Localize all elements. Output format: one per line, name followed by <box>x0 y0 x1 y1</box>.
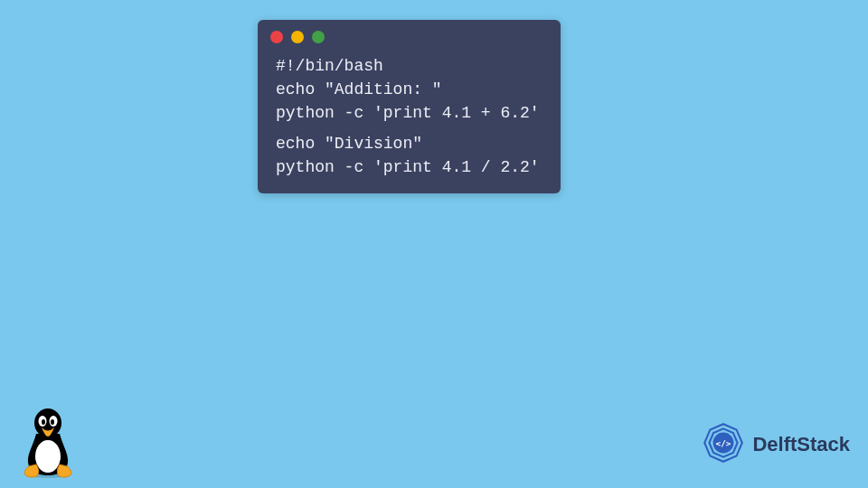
svg-text:</>: </> <box>716 438 731 448</box>
svg-point-5 <box>42 419 45 425</box>
brand-badge-icon: </> <box>700 419 747 470</box>
tux-icon <box>16 407 80 479</box>
code-line: #!/bin/bash <box>276 54 542 78</box>
code-block-2: echo "Division" python -c 'print 4.1 / 2… <box>258 127 561 181</box>
close-icon[interactable] <box>270 31 283 43</box>
code-window: #!/bin/bash echo "Addition: " python -c … <box>258 20 561 193</box>
code-block-1: #!/bin/bash echo "Addition: " python -c … <box>258 51 561 127</box>
code-line: echo "Addition: " <box>276 78 542 101</box>
brand: </> DelftStack <box>700 419 850 470</box>
code-line: python -c 'print 4.1 + 6.2' <box>276 101 542 125</box>
svg-point-1 <box>35 440 61 473</box>
code-line: python -c 'print 4.1 / 2.2' <box>276 155 542 179</box>
brand-name: DelftStack <box>752 433 850 456</box>
zoom-icon[interactable] <box>312 31 325 43</box>
minimize-icon[interactable] <box>291 31 304 43</box>
window-titlebar <box>258 20 561 51</box>
code-line: echo "Division" <box>276 132 542 155</box>
svg-point-6 <box>51 419 54 425</box>
